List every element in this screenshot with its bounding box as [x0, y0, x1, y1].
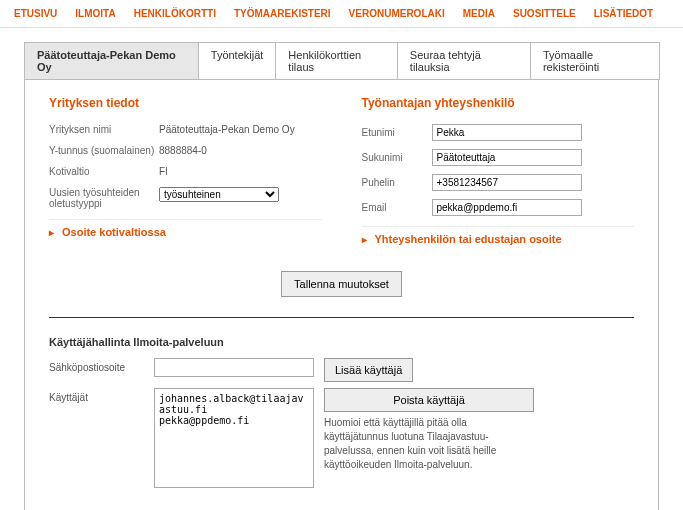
user-list[interactable]: johannes.alback@tilaajavastuu.fi pekka@p… — [154, 388, 314, 488]
input-lastname[interactable] — [432, 149, 582, 166]
save-button[interactable]: Tallenna muutokset — [281, 271, 402, 297]
nav-lisatiedot[interactable]: LISÄTIEDOT — [594, 8, 653, 19]
expander-contact-address-label: Yhteyshenkilön tai edustajan osoite — [375, 233, 562, 245]
contact-section-title: Työnantajan yhteyshenkilö — [362, 96, 635, 110]
nav-ilmoita[interactable]: ILMOITA — [75, 8, 115, 19]
label-email-address: Sähköpostiosoite — [49, 358, 154, 373]
remove-user-button[interactable]: Poista käyttäjä — [324, 388, 534, 412]
label-phone: Puhelin — [362, 177, 432, 188]
label-ytunnus: Y-tunnus (suomalainen) — [49, 145, 159, 156]
label-firstname: Etunimi — [362, 127, 432, 138]
tab-card-order[interactable]: Henkilökorttien tilaus — [275, 42, 397, 80]
add-user-button[interactable]: Lisää käyttäjä — [324, 358, 413, 382]
expander-contact-address[interactable]: ▸ Yhteyshenkilön tai edustajan osoite — [362, 226, 635, 251]
label-users: Käyttäjät — [49, 388, 154, 403]
label-country: Kotivaltio — [49, 166, 159, 177]
input-email[interactable] — [432, 199, 582, 216]
label-reltype: Uusien työsuhteiden oletustyyppi — [49, 187, 159, 209]
chevron-right-icon: ▸ — [49, 227, 54, 238]
nav-media[interactable]: MEDIA — [463, 8, 495, 19]
label-company-name: Yrityksen nimi — [49, 124, 159, 135]
select-reltype[interactable]: työsuhteinen — [159, 187, 279, 202]
input-new-user-email[interactable] — [154, 358, 314, 377]
value-country: FI — [159, 166, 168, 177]
label-lastname: Sukunimi — [362, 152, 432, 163]
user-mgmt-title: Käyttäjähallinta Ilmoita-palveluun — [49, 336, 634, 348]
value-company-name: Päätoteuttaja-Pekan Demo Oy — [159, 124, 295, 135]
nav-suosittele[interactable]: SUOSITTELE — [513, 8, 576, 19]
divider — [49, 317, 634, 318]
nav-tyomaarekisteri[interactable]: TYÖMAAREKISTERI — [234, 8, 331, 19]
company-section-title: Yrityksen tiedot — [49, 96, 322, 110]
nav-henkilokortti[interactable]: HENKILÖKORTTI — [134, 8, 216, 19]
expander-home-address[interactable]: ▸ Osoite kotivaltiossa — [49, 219, 322, 244]
tab-company[interactable]: Päätoteuttaja-Pekan Demo Oy — [24, 42, 199, 80]
user-mgmt-hint: Huomioi että käyttäjillä pitää olla käyt… — [324, 416, 534, 472]
chevron-right-icon: ▸ — [362, 234, 367, 245]
input-firstname[interactable] — [432, 124, 582, 141]
value-ytunnus: 8888884-0 — [159, 145, 207, 156]
tab-site-register[interactable]: Työmaalle rekisteröinti — [530, 42, 660, 80]
expander-home-address-label: Osoite kotivaltiossa — [62, 226, 166, 238]
nav-veronumerolaki[interactable]: VERONUMEROLAKI — [349, 8, 445, 19]
input-phone[interactable] — [432, 174, 582, 191]
nav-etusivu[interactable]: ETUSIVU — [14, 8, 57, 19]
label-email: Email — [362, 202, 432, 213]
tab-workers[interactable]: Työntekijät — [198, 42, 277, 80]
tab-track-orders[interactable]: Seuraa tehtyjä tilauksia — [397, 42, 531, 80]
